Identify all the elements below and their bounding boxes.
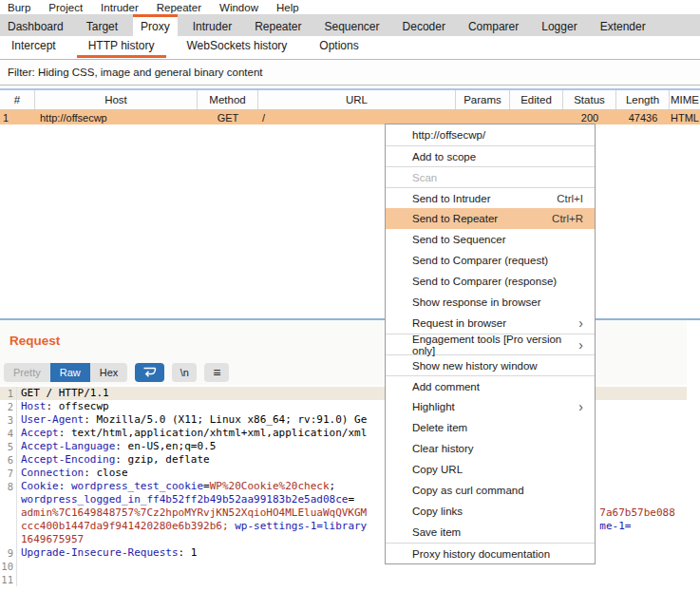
menu-item-show-new-history-window[interactable]: Show new history window (386, 354, 595, 375)
menu-item-send-to-sequencer[interactable]: Send to Sequencer (386, 229, 595, 250)
menu-item-show-response-in-browser[interactable]: Show response in browser (386, 292, 595, 313)
context-menu: http://offsecwp/Add to scopeScanSend to … (385, 124, 596, 564)
menubar-item-project[interactable]: Project (48, 2, 83, 13)
code-segment: : (115, 440, 127, 452)
menu-item-request-in-browser[interactable]: Request in browser› (386, 313, 595, 334)
menu-item-label: Proxy history documentation (412, 548, 550, 560)
subtab-options[interactable]: Options (308, 36, 369, 58)
code-segment: : (47, 400, 59, 412)
column-header-params[interactable]: Params (456, 90, 510, 109)
subtab-http-history[interactable]: HTTP history (77, 36, 166, 58)
line-number: 9 (0, 546, 17, 560)
tab-repeater[interactable]: Repeater (247, 14, 309, 36)
tab-extender[interactable]: Extender (593, 14, 653, 36)
menu-item-send-to-comparer-request[interactable]: Send to Comparer (request) (386, 250, 595, 271)
menu-item-send-to-repeater[interactable]: Send to RepeaterCtrl+R (386, 208, 595, 229)
tab-logger[interactable]: Logger (534, 14, 584, 36)
code-segment: = (348, 493, 354, 506)
line-number (0, 493, 17, 506)
tab-decoder[interactable]: Decoder (395, 14, 453, 36)
line-number: 5 (0, 440, 17, 453)
code-segment: admin%7C1649848757%7Cz2hpoMYRvjKN52XqioH… (21, 506, 367, 519)
menu-item-label: Clear history (412, 443, 474, 454)
column-header-host[interactable]: Host (35, 90, 198, 109)
line-number: 4 (0, 427, 17, 440)
history-table-row-selected[interactable]: 1http://offsecwpGET/20047436HTML (0, 110, 700, 124)
menu-item-scan: Scan (386, 166, 595, 187)
code-segment: : (115, 453, 127, 466)
line-number (0, 506, 17, 520)
menu-item-label: http://offsecwp/ (412, 129, 485, 141)
menu-item-label: Copy links (412, 506, 463, 517)
menubar-item-help[interactable]: Help (276, 2, 299, 13)
menu-item-engagement-tools-pro-version-only[interactable]: Engagement tools [Pro version only]› (386, 334, 595, 354)
history-filter-bar[interactable]: Filter: Hiding CSS, image and general bi… (0, 59, 700, 86)
menu-item-highlight[interactable]: Highlight› (386, 396, 595, 417)
tab-target[interactable]: Target (79, 14, 125, 36)
column-header-[interactable]: # (0, 90, 35, 109)
menu-item-send-to-intruder[interactable]: Send to IntruderCtrl+I (386, 187, 595, 208)
code-text (17, 560, 21, 573)
newline-glyph: \n (180, 367, 189, 378)
code-text: Accept-Encoding: gzip, deflate (17, 453, 210, 467)
menu-item-proxy-history-documentation[interactable]: Proxy history documentation (386, 543, 595, 563)
show-newlines-button[interactable]: \n (172, 363, 197, 382)
view-tab-pretty[interactable]: Pretty (4, 363, 50, 382)
subtab-intercept[interactable]: Intercept (0, 36, 67, 58)
menu-item-copy-links[interactable]: Copy links (386, 501, 595, 522)
menu-item-delete-item[interactable]: Delete item (386, 417, 595, 438)
tab-proxy[interactable]: Proxy (133, 14, 178, 36)
menu-item-send-to-comparer-response[interactable]: Send to Comparer (response) (386, 271, 595, 292)
column-header-length[interactable]: Length (616, 90, 670, 109)
code-segment: User-Agent (21, 413, 84, 426)
code-text: Cookie: wordpress_test_cookie=WP%20Cooki… (17, 480, 335, 493)
menu-item-copy-url[interactable]: Copy URL (386, 459, 595, 480)
tab-comparer[interactable]: Comparer (461, 14, 526, 36)
line-number: 8 (0, 480, 17, 493)
view-tab-raw[interactable]: Raw (50, 363, 90, 382)
menubar-item-repeater[interactable]: Repeater (157, 2, 201, 13)
menu-item-label: Send to Comparer (response) (412, 276, 557, 287)
code-text: User-Agent: Mozilla/5.0 (X11; Linux x86_… (17, 413, 367, 427)
menubar-item-window[interactable]: Window (219, 2, 258, 13)
column-header-edited[interactable]: Edited (510, 90, 563, 109)
code-segment: ; (330, 480, 336, 492)
cell-mime: HTML (670, 112, 700, 124)
column-header-method[interactable]: Method (198, 90, 258, 109)
menu-item-add-to-scope[interactable]: Add to scope (386, 145, 595, 166)
column-header-status[interactable]: Status (563, 90, 616, 109)
tab-dashboard[interactable]: Dashboard (0, 14, 71, 36)
code-segment: Cookie (21, 480, 59, 492)
tab-sequencer[interactable]: Sequencer (317, 14, 388, 36)
cell-host: http://offsecwp (35, 112, 198, 124)
tab-intruder[interactable]: Intruder (185, 14, 239, 36)
code-segment: wp-settings-1=library (235, 520, 367, 532)
menu-item-clear-history[interactable]: Clear history (386, 438, 595, 459)
line-number (0, 533, 17, 546)
line-number: 11 (0, 573, 17, 586)
code-text: wordpress_logged_in_ff4b52ff2b49b52aa991… (17, 493, 354, 506)
burp-suite-window: BurpProjectIntruderRepeaterWindowHelp Da… (0, 0, 700, 592)
menu-item-http-offsecwp[interactable]: http://offsecwp/ (386, 124, 595, 145)
menubar-item-burp[interactable]: Burp (8, 2, 30, 13)
line-number: 7 (0, 467, 17, 480)
line-number: 1 (0, 387, 17, 400)
menu-item-save-item[interactable]: Save item (386, 522, 595, 543)
menu-item-label: Send to Comparer (request) (412, 255, 548, 266)
code-text: 1649675957 (17, 533, 84, 546)
code-segment: 7a67b57be088 (599, 506, 674, 519)
line-number: 6 (0, 453, 17, 467)
editor-menu-button[interactable]: ≡ (204, 363, 229, 382)
menubar-item-intruder[interactable]: Intruder (101, 2, 139, 13)
word-wrap-button[interactable] (135, 363, 164, 382)
code-segment: me-1= (599, 520, 631, 532)
column-header-url[interactable]: URL (258, 90, 456, 109)
view-tab-hex[interactable]: Hex (90, 363, 128, 382)
column-header-mime[interactable]: MIME (670, 90, 700, 109)
cell-: 1 (0, 112, 35, 124)
menu-item-add-comment[interactable]: Add comment (386, 375, 595, 396)
subtab-websockets-history[interactable]: WebSockets history (176, 36, 299, 58)
code-segment: Accept-Encoding (21, 453, 115, 466)
menu-item-copy-as-curl-command[interactable]: Copy as curl command (386, 480, 595, 501)
code-segment: 1649675957 (21, 533, 84, 545)
